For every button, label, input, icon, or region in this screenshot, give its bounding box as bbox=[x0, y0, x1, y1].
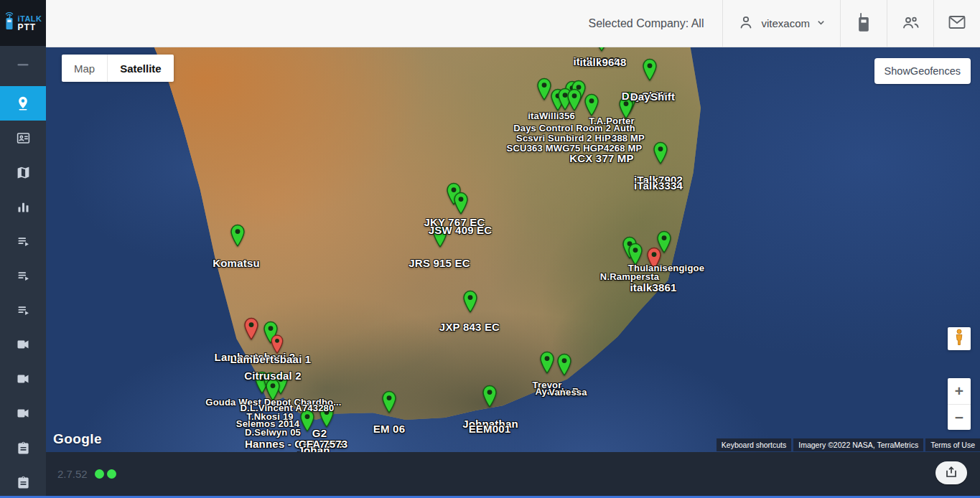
videocam-icon bbox=[16, 337, 30, 352]
user-icon bbox=[737, 14, 755, 34]
keyboard-shortcuts-link[interactable]: Keyboard shortcuts bbox=[717, 438, 791, 451]
map-label: iTalk3334 bbox=[634, 179, 683, 192]
map-label: Citrusdal 2 bbox=[244, 370, 302, 382]
map-marker-green[interactable] bbox=[482, 385, 498, 410]
sidebar-collapse-toggle[interactable] bbox=[0, 46, 46, 86]
map-label: JXP 843 EC bbox=[439, 321, 500, 333]
map-label: Vanessa bbox=[549, 387, 587, 398]
map-label: JSW 409 EC bbox=[429, 224, 493, 236]
map-marker-green[interactable] bbox=[454, 192, 469, 217]
sidebar-item-live-location[interactable] bbox=[0, 86, 46, 121]
sidebar-item-video-2[interactable] bbox=[0, 362, 46, 396]
map-label: italk9648 bbox=[579, 56, 626, 68]
mail-icon bbox=[948, 14, 966, 33]
ptt-devices-button[interactable] bbox=[840, 0, 887, 47]
user-name: vitexacom bbox=[761, 17, 810, 29]
map-label: Komatsu bbox=[213, 257, 260, 269]
pegman-icon bbox=[953, 329, 965, 349]
clipboard-icon bbox=[17, 441, 30, 455]
sidebar: iTALK PTT bbox=[0, 0, 46, 498]
sidebar-item-list-3[interactable] bbox=[0, 293, 46, 327]
videocam-icon bbox=[16, 406, 30, 421]
pin-icon bbox=[15, 95, 31, 111]
map-label: JRS 915 EC bbox=[409, 257, 470, 269]
map-marker-green[interactable] bbox=[540, 351, 555, 377]
map-label: DayShift bbox=[630, 90, 675, 103]
status-dots bbox=[95, 469, 116, 479]
zoom-control: + − bbox=[948, 378, 971, 430]
map-marker-red[interactable] bbox=[244, 317, 259, 343]
sidebar-item-reports[interactable] bbox=[0, 189, 46, 224]
top-header: Selected Company: All vitexacom bbox=[46, 0, 980, 47]
sidebar-item-list-1[interactable] bbox=[0, 224, 46, 258]
map-label: Lambertsbaai 1 bbox=[230, 353, 312, 365]
map-label: Days Control Room 2 Auth bbox=[513, 123, 635, 133]
map-marker-green[interactable] bbox=[653, 141, 668, 167]
status-dot bbox=[107, 469, 116, 479]
show-geofences-button[interactable]: ShowGeofences bbox=[874, 58, 971, 84]
sidebar-item-video-1[interactable] bbox=[0, 327, 46, 362]
map-marker-green[interactable] bbox=[643, 58, 658, 84]
export-icon bbox=[945, 466, 958, 481]
chevron-down-icon bbox=[816, 17, 826, 30]
map-type-control: Map Satellite bbox=[62, 55, 174, 82]
map-attribution: Keyboard shortcuts Imagery ©2022 NASA, T… bbox=[717, 438, 980, 451]
map-label: itaWilli356 bbox=[528, 111, 575, 121]
satellite-view-button[interactable]: Satellite bbox=[107, 55, 174, 82]
map-label: D.Selwyn 05 bbox=[245, 427, 301, 438]
terms-of-use-link[interactable]: Terms of Use bbox=[925, 438, 980, 451]
walkie-talkie-icon bbox=[857, 12, 870, 35]
app-logo: iTALK PTT bbox=[0, 0, 46, 46]
map-marker-green[interactable] bbox=[463, 290, 478, 316]
user-menu[interactable]: vitexacom bbox=[722, 0, 840, 47]
map-marker-green[interactable] bbox=[594, 47, 610, 55]
sidebar-item-video-3[interactable] bbox=[0, 396, 46, 431]
logo-text-ptt: PTT bbox=[17, 23, 42, 32]
imagery-credit: Imagery ©2022 NASA, TerraMetrics bbox=[793, 438, 923, 451]
logo-text-italk: iTALK bbox=[17, 15, 42, 23]
open-in-window-button[interactable] bbox=[935, 461, 967, 484]
videocam-icon bbox=[16, 372, 30, 386]
version-label: 2.7.52 bbox=[57, 468, 88, 480]
status-dot bbox=[95, 469, 104, 479]
sidebar-item-tasks-1[interactable] bbox=[0, 431, 46, 465]
sidebar-item-geofences[interactable] bbox=[0, 155, 46, 189]
sidebar-item-list-2[interactable] bbox=[0, 258, 46, 293]
bottom-bar: 2.7.52 bbox=[46, 452, 980, 496]
map-label: Johan bbox=[297, 444, 330, 453]
map-marker-green[interactable] bbox=[557, 353, 572, 379]
minus-icon bbox=[16, 57, 30, 75]
sidebar-item-tasks-2[interactable] bbox=[0, 465, 46, 498]
google-logo: Google bbox=[53, 431, 102, 447]
map-marker-green[interactable] bbox=[230, 224, 246, 250]
map-label: 388 MP bbox=[612, 133, 645, 144]
map-canvas[interactable]: italk9640italk9648DayShiftDayShiftitaWil… bbox=[46, 47, 980, 452]
map-icon bbox=[16, 165, 31, 180]
map-label: KCX 377 MP bbox=[569, 152, 634, 164]
playlist-icon bbox=[16, 234, 31, 249]
map-label: N.Rampersta bbox=[600, 271, 659, 282]
map-label: Scsvri Sunbird 2 HiPath bbox=[516, 133, 625, 144]
users-button[interactable] bbox=[887, 0, 933, 47]
map-marker-green[interactable] bbox=[382, 390, 397, 416]
zoom-in-button[interactable]: + bbox=[948, 378, 971, 404]
map-view-button[interactable]: Map bbox=[62, 55, 107, 82]
clipboard-icon bbox=[17, 476, 30, 489]
people-icon bbox=[901, 14, 920, 34]
map-marker-green[interactable] bbox=[537, 77, 552, 103]
sidebar-item-contacts[interactable] bbox=[0, 121, 46, 155]
zoom-out-button[interactable]: − bbox=[948, 404, 971, 430]
walkie-talkie-logo-icon bbox=[4, 12, 15, 34]
map-label: italk3861 bbox=[630, 281, 676, 293]
id-card-icon bbox=[16, 131, 31, 146]
bar-chart-icon bbox=[16, 199, 31, 215]
app-window: iTALK PTT Selected Company: All vitexaco… bbox=[0, 0, 980, 498]
street-view-pegman[interactable] bbox=[948, 327, 971, 350]
playlist-icon bbox=[16, 303, 31, 318]
map-label: EEM001 bbox=[469, 423, 511, 435]
messages-button[interactable] bbox=[933, 0, 980, 47]
map-label: EM 06 bbox=[373, 423, 405, 435]
map-landmass bbox=[46, 47, 980, 452]
selected-company-label: Selected Company: All bbox=[588, 17, 722, 30]
playlist-icon bbox=[16, 268, 31, 283]
